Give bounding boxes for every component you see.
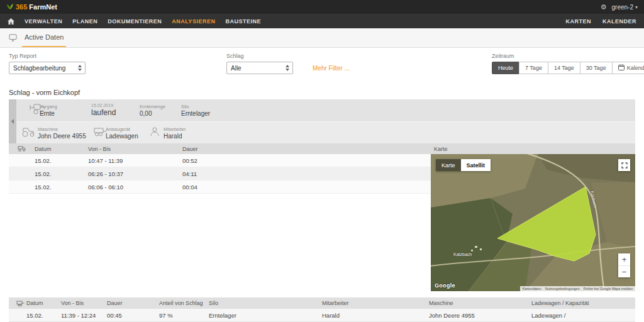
zoom-in-button[interactable]: + (618, 253, 630, 265)
account-name: green-2 (612, 4, 633, 11)
col-mitarbeiter: Mitarbeiter (322, 300, 429, 306)
cell-mitarbeiter: Harald (322, 312, 429, 319)
cell-ladewagen: Ladewagen / (531, 312, 635, 319)
mitarbeiter-field: Mitarbeiter Harald (164, 126, 186, 139)
fullscreen-icon (621, 160, 628, 171)
bottom-table: Datum Von - Bis Dauer Anteil von Schlag … (9, 297, 635, 322)
schlag-label: Schlag (226, 53, 293, 59)
fullscreen-button[interactable] (618, 159, 630, 171)
tab-active-daten[interactable]: Active Daten (22, 28, 66, 47)
col-karte: Karte (434, 146, 635, 152)
cell-von-bis: 06:06 - 06:10 (88, 184, 182, 191)
nav-planen[interactable]: PLANEN (72, 18, 97, 25)
cell-anteil: 97 % (159, 312, 209, 319)
table-row[interactable]: 15.02. 11:39 - 12:24 00:45 97 % Erntelag… (9, 309, 635, 322)
col-von-bis: Von - Bis (88, 146, 182, 152)
tractor-icon (21, 126, 35, 140)
leaf-icon (6, 3, 14, 11)
map-attribution: Kartendaten Nutzungsbedingungen Fehler b… (520, 286, 635, 291)
attrib-fehler-melden[interactable]: Fehler bei Google Maps melden (584, 287, 633, 291)
settings-gear-icon[interactable]: ⚙ (601, 3, 607, 11)
cell-von-bis: 06:26 - 10:37 (88, 170, 182, 177)
attrib-kartendaten[interactable]: Kartendaten (523, 287, 541, 291)
silo-field: Silo Erntelager (181, 104, 210, 117)
subheader: Active Daten (0, 28, 644, 48)
detail-body: 15.02. 10:47 - 11:39 00:52 15.02. 06:26 … (9, 154, 635, 291)
kalender-button-label: Kalender (627, 65, 644, 71)
summary-row-vorgang: Vorgang Ernte 15.02.2019 laufend Ernteme… (16, 99, 635, 122)
logo-text-farmnet: FarmNet (29, 3, 57, 11)
range-30tage-button[interactable]: 30 Tage (580, 62, 613, 74)
mehr-filter-link[interactable]: Mehr Filter ... (313, 65, 350, 72)
map-type-buttons: Karte Satellit (436, 159, 491, 171)
col-datum: Datum (35, 146, 88, 152)
collapse-strip[interactable] (9, 99, 16, 143)
map[interactable]: Katzbach Katzbach Karte Satellit + − Goo… (431, 154, 635, 291)
home-icon[interactable] (8, 18, 14, 25)
nav-kalender[interactable]: KALENDER (602, 18, 636, 25)
account-menu[interactable]: green-2 ▾ (612, 4, 638, 11)
col-datum: Datum (26, 300, 61, 306)
report-screen-icon (9, 28, 17, 47)
status-badge: laufend (91, 108, 116, 117)
erntemenge-field: Erntemenge 0,00 (140, 104, 165, 117)
attrib-nutzungsbedingungen[interactable]: Nutzungsbedingungen (545, 287, 580, 291)
page-title: Schlag - vorm Eichkopf (9, 89, 635, 96)
select-arrows-icon (78, 65, 82, 71)
nav-analysieren[interactable]: ANALYSIEREN (172, 18, 215, 25)
satellite-imagery (431, 154, 635, 291)
summary-rows: Vorgang Ernte 15.02.2019 laufend Ernteme… (16, 99, 635, 143)
cell-datum: 15.02. (35, 184, 88, 191)
cell-datum: 15.02. (26, 312, 61, 319)
typ-report-value: Schlagbearbeitung (13, 65, 65, 72)
col-dauer: Dauer (182, 146, 434, 152)
zoom-out-button[interactable]: − (618, 265, 630, 277)
nav-bausteine[interactable]: BAUSTEINE (225, 18, 261, 25)
machine-list-icon (9, 146, 35, 152)
zoom-controls: + − (618, 253, 630, 277)
table-row[interactable]: 15.02. 06:26 - 10:37 04:11 (9, 167, 431, 180)
bottom-table-header: Datum Von - Bis Dauer Anteil von Schlag … (9, 297, 635, 309)
anbaugeraet-field: Anbaugerät Ladewagen (106, 126, 138, 139)
col-dauer: Dauer (107, 300, 159, 306)
farmnet-logo[interactable]: 365FarmNet (6, 3, 57, 11)
vorgang-field: Vorgang Ernte (40, 104, 57, 117)
trailer-list-icon (9, 301, 26, 306)
cell-datum: 15.02. (35, 157, 88, 164)
table-row[interactable]: 15.02. 06:06 - 06:10 00:04 (9, 180, 431, 194)
cell-dauer: 04:11 (182, 170, 431, 177)
nav-dokumentieren[interactable]: DOKUMENTIEREN (108, 18, 162, 25)
map-satellit-button[interactable]: Satellit (461, 159, 491, 171)
maschine-field: Maschine John Deere 4955 (38, 126, 86, 139)
range-14tage-button[interactable]: 14 Tage (548, 62, 580, 74)
cell-maschine: John Deere 4955 (429, 312, 531, 319)
range-7tage-button[interactable]: 7 Tage (519, 62, 548, 74)
place-label: Katzbach (453, 252, 472, 257)
col-maschine: Maschine (429, 300, 531, 306)
summary-row-resources: Maschine John Deere 4955 Anbaugerät Lade… (16, 122, 635, 144)
cell-silo: Erntelager (209, 312, 322, 319)
schlag-group: Schlag Alle (226, 53, 293, 74)
chevron-down-icon: ▾ (635, 4, 638, 10)
range-button-group: Heute 7 Tage 14 Tage 30 Tage Kalender (492, 62, 644, 74)
nav-verwalten[interactable]: VERWALTEN (25, 18, 62, 25)
col-von-bis: Von - Bis (61, 300, 107, 306)
topbar: 365FarmNet ⚙ green-2 ▾ (0, 0, 644, 14)
typ-report-select[interactable]: Schlagbearbeitung (9, 62, 86, 74)
typ-report-group: Typ Report Schlagbearbeitung (9, 53, 86, 74)
cell-von-bis: 10:47 - 11:39 (88, 157, 182, 164)
summary-panel: Vorgang Ernte 15.02.2019 laufend Ernteme… (9, 99, 635, 143)
zeitraum-label: Zeitraum (492, 53, 644, 59)
person-icon (150, 126, 160, 139)
schlag-select[interactable]: Alle (226, 62, 293, 74)
nav-karten[interactable]: KARTEN (565, 18, 591, 25)
col-ladewagen: Ladewagen / Kapazität (531, 300, 635, 306)
range-kalender-button[interactable]: Kalender (612, 62, 644, 74)
google-logo: Google (435, 282, 455, 289)
status-field: 15.02.2019 laufend (91, 103, 116, 117)
table-row[interactable]: 15.02. 10:47 - 11:39 00:52 (9, 154, 431, 167)
typ-report-label: Typ Report (9, 53, 86, 59)
col-anteil: Anteil von Schlag (159, 300, 209, 306)
map-karte-button[interactable]: Karte (436, 159, 461, 171)
range-heute-button[interactable]: Heute (492, 62, 519, 74)
